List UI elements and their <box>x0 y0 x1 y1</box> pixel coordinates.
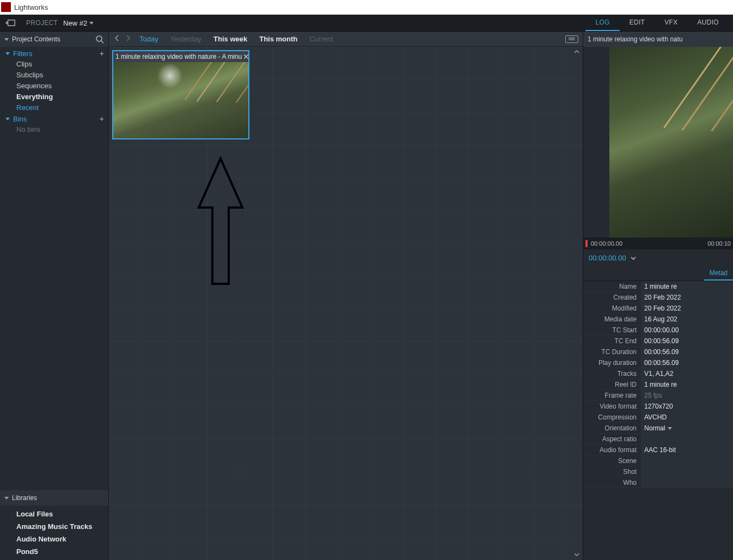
project-label: PROJECT <box>26 19 58 27</box>
tab-audio[interactable]: AUDIO <box>687 15 729 31</box>
project-name: New #2 <box>63 19 87 27</box>
app-icon <box>1 2 11 12</box>
meta-row: Shot <box>583 466 733 477</box>
date-filter-today[interactable]: Today <box>135 35 163 43</box>
bins-label: Bins <box>13 115 27 123</box>
meta-value[interactable]: 25 fps <box>641 390 733 400</box>
browser-content[interactable]: 1 minute relaxing video with nature - A … <box>109 47 583 560</box>
meta-label: Shot <box>583 466 641 477</box>
meta-value[interactable]: 00:00:56.09 <box>641 336 733 346</box>
meta-value[interactable]: AVCHD <box>641 412 733 422</box>
search-icon[interactable] <box>95 35 104 44</box>
playhead[interactable] <box>585 240 588 247</box>
scroll-down-icon[interactable] <box>574 552 579 558</box>
library-amazing-music[interactable]: Amazing Music Tracks <box>0 520 108 533</box>
date-filter-yesterday[interactable]: Yesterday <box>166 35 206 43</box>
preview-timeline[interactable]: 00:00:00.00 00:00:10 <box>583 238 733 249</box>
chevron-down-icon[interactable] <box>631 254 636 262</box>
add-filter-button[interactable]: + <box>100 49 104 58</box>
meta-value[interactable] <box>641 455 733 466</box>
meta-value[interactable]: 1 minute re <box>641 281 733 291</box>
clip-title: 1 minute relaxing video with nature - A … <box>115 53 242 60</box>
bins-group[interactable]: Bins + <box>0 113 108 124</box>
nav-next-button[interactable] <box>124 35 132 43</box>
date-filter-thisweek[interactable]: This week <box>209 35 252 43</box>
timecode-value[interactable]: 00:00:00.00 <box>589 254 626 262</box>
metadata-table: Name1 minute reCreated20 Feb 2022Modifie… <box>583 281 733 560</box>
tab-vfx[interactable]: VFX <box>655 15 687 31</box>
window-titlebar: Lightworks <box>0 0 733 15</box>
meta-row: Name1 minute re <box>583 281 733 292</box>
library-pond5[interactable]: Pond5 <box>0 545 108 558</box>
chevron-down-icon <box>5 52 10 55</box>
nav-prev-button[interactable] <box>113 35 121 43</box>
clip-card[interactable]: 1 minute relaxing video with nature - A … <box>112 50 249 139</box>
meta-value[interactable]: 20 Feb 2022 <box>641 292 733 302</box>
meta-value[interactable]: AAC 16-bit <box>641 445 733 455</box>
date-filter-current[interactable]: Current <box>305 35 337 43</box>
chevron-down-icon <box>4 38 9 41</box>
libraries-header[interactable]: Libraries <box>0 490 108 506</box>
window-title: Lightworks <box>14 3 48 11</box>
meta-row: TC Start00:00:00.00 <box>583 325 733 336</box>
meta-value[interactable]: 1270x720 <box>641 401 733 411</box>
meta-value[interactable]: 20 Feb 2022 <box>641 303 733 313</box>
meta-value[interactable] <box>641 477 733 488</box>
meta-value[interactable]: 1 minute re <box>641 379 733 389</box>
meta-value[interactable]: Normal <box>641 423 733 433</box>
workspace-tabs: LOG EDIT VFX AUDIO <box>585 15 729 31</box>
svg-point-1 <box>96 36 102 41</box>
app-root: PROJECT New #2 LOG EDIT VFX AUDIO Projec… <box>0 15 733 560</box>
libraries-list: Local Files Amazing Music Tracks Audio N… <box>0 506 108 560</box>
chevron-down-icon <box>5 118 10 120</box>
meta-row: Frame rate25 fps <box>583 390 733 401</box>
meta-value[interactable]: 16 Aug 202 <box>641 314 733 324</box>
chevron-down-icon <box>668 427 672 430</box>
sidebar-item-recent[interactable]: Recent <box>0 102 108 113</box>
tab-metadata[interactable]: Metad <box>704 266 733 281</box>
clip-thumbnail[interactable] <box>113 62 248 138</box>
project-dropdown[interactable]: New #2 <box>63 19 94 27</box>
meta-row: Play duration00:00:56.09 <box>583 357 733 368</box>
chevron-down-icon <box>4 497 9 500</box>
meta-label: TC Duration <box>583 346 641 357</box>
annotation-arrow <box>191 156 251 287</box>
sidebar-item-subclips[interactable]: Subclips <box>0 70 108 81</box>
libraries-label: Libraries <box>12 494 37 502</box>
library-audio-network[interactable]: Audio Network <box>0 533 108 545</box>
meta-row: Media date16 Aug 202 <box>583 314 733 325</box>
sidebar-header[interactable]: Project Contents <box>0 32 108 47</box>
close-icon[interactable]: ✕ <box>242 52 248 61</box>
meta-row: TC End00:00:56.09 <box>583 336 733 346</box>
back-button[interactable] <box>4 17 16 28</box>
meta-label: TC Start <box>583 325 641 335</box>
meta-row: Who <box>583 477 733 488</box>
meta-value[interactable]: 00:00:56.09 <box>641 357 733 368</box>
timecode-row: 00:00:00.00 <box>583 249 733 266</box>
meta-row: Scene <box>583 455 733 466</box>
meta-value[interactable]: 00:00:00.00 <box>641 325 733 335</box>
meta-value[interactable]: 00:00:56.09 <box>641 346 733 357</box>
sidebar-item-clips[interactable]: Clips <box>0 59 108 70</box>
sidebar-item-everything[interactable]: Everything <box>0 92 108 102</box>
library-local-files[interactable]: Local Files <box>0 508 108 520</box>
add-bin-button[interactable]: + <box>100 114 104 123</box>
sidebar-item-sequences[interactable]: Sequences <box>0 81 108 92</box>
scroll-up-icon[interactable] <box>574 49 579 55</box>
svg-rect-0 <box>8 20 15 26</box>
meta-value[interactable]: V1, A1,A2 <box>641 368 733 379</box>
filters-label: Filters <box>13 50 32 58</box>
tab-edit[interactable]: EDIT <box>620 15 655 31</box>
keyboard-icon[interactable]: ⌨ <box>565 35 578 43</box>
preview-viewer[interactable] <box>609 47 733 238</box>
date-filter-thismonth[interactable]: This month <box>255 35 302 43</box>
meta-row: TC Duration00:00:56.09 <box>583 346 733 357</box>
meta-label: Reel ID <box>583 379 641 389</box>
filters-group[interactable]: Filters + <box>0 48 108 59</box>
sidebar: Project Contents Filters + Clips Subclip… <box>0 32 109 560</box>
meta-value[interactable] <box>641 434 733 444</box>
meta-value[interactable] <box>641 466 733 477</box>
topbar: PROJECT New #2 LOG EDIT VFX AUDIO <box>0 15 733 32</box>
tab-log[interactable]: LOG <box>585 15 619 31</box>
sidebar-title: Project Contents <box>12 35 60 43</box>
